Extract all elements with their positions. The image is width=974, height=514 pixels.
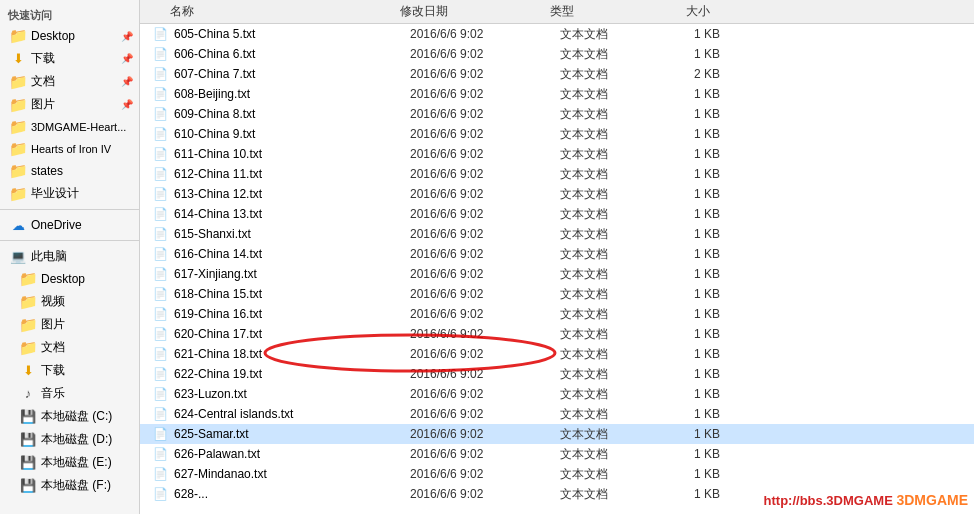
table-row[interactable]: 📄 622-China 19.txt 2016/6/6 9:02 文本文档 1 … (140, 364, 974, 384)
file-icon: 📄 (150, 187, 170, 201)
sidebar-item-label: OneDrive (31, 218, 82, 232)
sidebar-item-label: 音乐 (41, 385, 65, 402)
quick-access-label: 快速访问 (0, 4, 139, 25)
sidebar-item-onedrive[interactable]: ☁ OneDrive (0, 214, 139, 236)
table-row[interactable]: 📄 615-Shanxi.txt 2016/6/6 9:02 文本文档 1 KB (140, 224, 974, 244)
file-type: 文本文档 (560, 186, 660, 203)
file-name: 616-China 14.txt (170, 247, 410, 261)
file-size: 1 KB (660, 307, 740, 321)
file-size: 1 KB (660, 387, 740, 401)
sidebar-item-pc[interactable]: 💻 此电脑 (0, 245, 139, 268)
file-icon: 📄 (150, 207, 170, 221)
file-date: 2016/6/6 9:02 (410, 127, 560, 141)
file-size: 1 KB (660, 27, 740, 41)
file-size: 1 KB (660, 127, 740, 141)
file-name: 617-Xinjiang.txt (170, 267, 410, 281)
sidebar-item-label: Hearts of Iron IV (31, 143, 111, 155)
table-row[interactable]: 📄 626-Palawan.txt 2016/6/6 9:02 文本文档 1 K… (140, 444, 974, 464)
table-row[interactable]: 📄 612-China 11.txt 2016/6/6 9:02 文本文档 1 … (140, 164, 974, 184)
onedrive-icon: ☁ (10, 217, 26, 233)
sidebar-item-video[interactable]: 📁 视频 (0, 290, 139, 313)
file-icon: 📄 (150, 127, 170, 141)
col-name-header[interactable]: 名称 (140, 3, 400, 20)
file-name: 625-Samar.txt (170, 427, 410, 441)
table-row[interactable]: 📄 605-China 5.txt 2016/6/6 9:02 文本文档 1 K… (140, 24, 974, 44)
file-date: 2016/6/6 9:02 (410, 187, 560, 201)
sidebar-item-hoiiv[interactable]: 📁 Hearts of Iron IV (0, 138, 139, 160)
table-row[interactable]: 📄 624-Central islands.txt 2016/6/6 9:02 … (140, 404, 974, 424)
file-name: 607-China 7.txt (170, 67, 410, 81)
file-type: 文本文档 (560, 266, 660, 283)
col-date-header[interactable]: 修改日期 (400, 3, 550, 20)
sidebar-item-graduate[interactable]: 📁 毕业设计 (0, 182, 139, 205)
file-size: 1 KB (660, 207, 740, 221)
sidebar-item-driveF[interactable]: 💾 本地磁盘 (F:) (0, 474, 139, 497)
table-row[interactable]: 📄 618-China 15.txt 2016/6/6 9:02 文本文档 1 … (140, 284, 974, 304)
sidebar-item-music[interactable]: ♪ 音乐 (0, 382, 139, 405)
sidebar-item-pics2[interactable]: 📁 图片 (0, 313, 139, 336)
table-row[interactable]: 📄 607-China 7.txt 2016/6/6 9:02 文本文档 2 K… (140, 64, 974, 84)
file-type: 文本文档 (560, 446, 660, 463)
file-icon: 📄 (150, 347, 170, 361)
sidebar-item-download1[interactable]: ⬇ 下载 📌 (0, 47, 139, 70)
pin-icon: 📌 (121, 31, 133, 42)
file-name: 618-China 15.txt (170, 287, 410, 301)
folder-icon: 📁 (10, 74, 26, 90)
table-row[interactable]: 📄 627-Mindanao.txt 2016/6/6 9:02 文本文档 1 … (140, 464, 974, 484)
sidebar-item-download2[interactable]: ⬇ 下载 (0, 359, 139, 382)
sidebar-item-3dmgame[interactable]: 📁 3DMGAME-Heart... (0, 116, 139, 138)
sidebar-item-docs1[interactable]: 📁 文档 📌 (0, 70, 139, 93)
folder-icon: 📁 (10, 186, 26, 202)
file-date: 2016/6/6 9:02 (410, 107, 560, 121)
file-date: 2016/6/6 9:02 (410, 347, 560, 361)
table-row[interactable]: 📄 613-China 12.txt 2016/6/6 9:02 文本文档 1 … (140, 184, 974, 204)
sidebar-item-driveD[interactable]: 💾 本地磁盘 (D:) (0, 428, 139, 451)
file-icon: 📄 (150, 27, 170, 41)
file-size: 1 KB (660, 87, 740, 101)
file-icon: 📄 (150, 467, 170, 481)
col-size-header[interactable]: 大小 (650, 3, 730, 20)
file-name: 619-China 16.txt (170, 307, 410, 321)
sidebar-item-pics1[interactable]: 📁 图片 📌 (0, 93, 139, 116)
file-size: 1 KB (660, 487, 740, 501)
table-row[interactable]: 📄 628-... 2016/6/6 9:02 文本文档 1 KB (140, 484, 974, 504)
sidebar-item-desktop2[interactable]: 📁 Desktop (0, 268, 139, 290)
file-icon: 📄 (150, 407, 170, 421)
table-row[interactable]: 📄 611-China 10.txt 2016/6/6 9:02 文本文档 1 … (140, 144, 974, 164)
file-date: 2016/6/6 9:02 (410, 27, 560, 41)
sidebar-item-desktop1[interactable]: 📁 Desktop 📌 (0, 25, 139, 47)
folder-icon: 📁 (10, 28, 26, 44)
download-icon: ⬇ (20, 363, 36, 379)
main-panel: 名称 修改日期 类型 大小 📄 605-China 5.txt 2016/6/6… (140, 0, 974, 514)
sidebar-item-states[interactable]: 📁 states (0, 160, 139, 182)
file-name: 624-Central islands.txt (170, 407, 410, 421)
file-name: 628-... (170, 487, 410, 501)
table-row[interactable]: 📄 609-China 8.txt 2016/6/6 9:02 文本文档 1 K… (140, 104, 974, 124)
table-row[interactable]: 📄 623-Luzon.txt 2016/6/6 9:02 文本文档 1 KB (140, 384, 974, 404)
file-date: 2016/6/6 9:02 (410, 227, 560, 241)
table-row[interactable]: 📄 610-China 9.txt 2016/6/6 9:02 文本文档 1 K… (140, 124, 974, 144)
sidebar-item-label: 本地磁盘 (E:) (41, 454, 112, 471)
file-size: 2 KB (660, 67, 740, 81)
sidebar-item-driveC[interactable]: 💾 本地磁盘 (C:) (0, 405, 139, 428)
table-row[interactable]: 📄 616-China 14.txt 2016/6/6 9:02 文本文档 1 … (140, 244, 974, 264)
table-row[interactable]: 📄 606-China 6.txt 2016/6/6 9:02 文本文档 1 K… (140, 44, 974, 64)
sidebar-item-docs2[interactable]: 📁 文档 (0, 336, 139, 359)
table-row[interactable]: 📄 614-China 13.txt 2016/6/6 9:02 文本文档 1 … (140, 204, 974, 224)
file-name: 620-China 17.txt (170, 327, 410, 341)
col-type-header[interactable]: 类型 (550, 3, 650, 20)
sidebar-item-driveE[interactable]: 💾 本地磁盘 (E:) (0, 451, 139, 474)
file-type: 文本文档 (560, 126, 660, 143)
sidebar-item-label: Desktop (31, 29, 75, 43)
table-row[interactable]: 📄 620-China 17.txt 2016/6/6 9:02 文本文档 1 … (140, 324, 974, 344)
table-row[interactable]: 📄 617-Xinjiang.txt 2016/6/6 9:02 文本文档 1 … (140, 264, 974, 284)
folder-icon: 📁 (10, 163, 26, 179)
table-row[interactable]: 📄 625-Samar.txt 2016/6/6 9:02 文本文档 1 KB (140, 424, 974, 444)
table-row[interactable]: 📄 621-China 18.txt 2016/6/6 9:02 文本文档 1 … (140, 344, 974, 364)
table-row[interactable]: 📄 619-China 16.txt 2016/6/6 9:02 文本文档 1 … (140, 304, 974, 324)
pin-icon: 📌 (121, 53, 133, 64)
table-row[interactable]: 📄 608-Beijing.txt 2016/6/6 9:02 文本文档 1 K… (140, 84, 974, 104)
sidebar-item-label: 文档 (41, 339, 65, 356)
file-name: 610-China 9.txt (170, 127, 410, 141)
file-icon: 📄 (150, 147, 170, 161)
